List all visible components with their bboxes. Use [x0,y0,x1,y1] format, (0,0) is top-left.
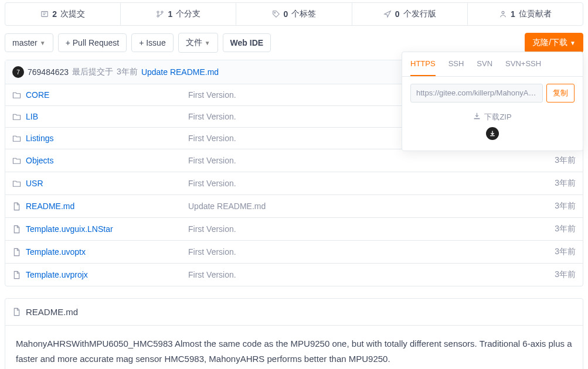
new-pr-button[interactable]: + Pull Request [58,33,127,52]
file-commit-message: First Version. [188,156,529,165]
file-commit-message: Update README.md [188,201,529,211]
caret-down-icon: ▼ [205,40,210,46]
svg-rect-0 [42,12,48,17]
table-row: ObjectsFirst Version.3年前 [5,149,583,172]
file-name-link[interactable]: Template.uvprojx [26,270,88,279]
avatar[interactable]: 7 [12,66,24,78]
file-name-link[interactable]: LIB [26,112,38,121]
table-row: README.mdUpdate README.md3年前 [5,195,583,218]
file-name-link[interactable]: README.md [26,201,74,211]
file-name-link[interactable]: Listings [26,134,53,143]
clone-download-button[interactable]: 克隆/下载 ▼ [525,33,583,53]
release-icon [383,10,392,18]
folder-icon [12,91,21,100]
caret-down-icon: ▼ [40,40,46,46]
file-icon [12,202,21,211]
file-icon [12,271,21,279]
file-icon [12,248,21,257]
file-updated-time: 3年前 [529,247,576,257]
contributors-icon [499,10,507,18]
tab-ssh[interactable]: SSH [448,52,464,76]
svg-point-2 [157,15,159,17]
table-row: Template.uvprojxFirst Version.3年前 [5,264,583,286]
folder-icon [12,179,21,188]
file-commit-message: First Version. [188,179,529,188]
download-zip-button[interactable] [486,127,499,140]
download-icon [473,112,481,122]
tab-svn[interactable]: SVN [477,52,492,76]
clone-protocol-tabs: HTTPS SSH SVN SVN+SSH [402,52,583,77]
file-commit-message: First Version. [188,224,529,234]
commit-author[interactable]: 769484623 [28,67,69,77]
tag-icon [272,10,280,18]
stat-contributors[interactable]: 1 位贡献者 [467,3,583,25]
svg-point-4 [274,12,276,13]
file-name-link[interactable]: CORE [26,90,49,100]
file-name-link[interactable]: Objects [26,156,53,165]
download-zip-label: 下载ZIP [484,112,511,122]
branch-icon [156,10,164,18]
caret-down-icon: ▼ [570,40,576,46]
commits-icon [40,10,49,18]
file-name-link[interactable]: Template.uvguix.LNStar [26,224,113,234]
commit-meta-label: 最后提交于 [72,67,113,77]
stat-branches[interactable]: 1 个分支 [120,3,236,25]
table-row: USRFirst Version.3年前 [5,172,583,195]
clone-url-input[interactable]: https://gitee.com/killerp/MahonyAHRS… [410,84,543,102]
branch-selector[interactable]: master ▼ [5,33,53,52]
file-updated-time: 3年前 [529,224,576,234]
stat-tags[interactable]: 0 个标签 [236,3,351,25]
stat-releases[interactable]: 0 个发行版 [352,3,467,25]
readme-title: README.md [26,307,78,317]
tab-svnssh[interactable]: SVN+SSH [505,52,541,76]
folder-icon [12,112,21,121]
file-icon [12,225,21,234]
file-commit-message: First Version. [188,247,529,257]
folder-icon [12,134,21,143]
file-name-link[interactable]: USR [26,179,43,188]
file-updated-time: 3年前 [529,269,576,280]
file-updated-time: 3年前 [529,178,576,189]
file-name-link[interactable]: Template.uvoptx [26,247,86,257]
file-commit-message: First Version. [188,270,529,279]
svg-point-5 [502,11,504,13]
download-zip-row: 下载ZIP [410,112,575,140]
clone-popover: HTTPS SSH SVN SVN+SSH https://gitee.com/… [402,52,583,151]
file-menu-button[interactable]: 文件 ▼ [178,33,218,53]
repo-stats-bar: 2 次提交 1 个分支 0 个标签 0 个发行版 1 位贡献者 [5,2,583,26]
webide-button[interactable]: Web IDE [223,33,271,52]
table-row: Template.uvguix.LNStarFirst Version.3年前 [5,218,583,241]
table-row: Template.uvoptxFirst Version.3年前 [5,241,583,264]
folder-icon [12,156,21,165]
readme-body: MahonyAHRSWithMPU6050_HMC5983 Almost the… [5,326,583,369]
file-updated-time: 3年前 [529,155,576,166]
svg-rect-6 [490,135,495,136]
file-icon [12,308,21,316]
commit-time: 3年前 [117,67,138,77]
stat-commits[interactable]: 2 次提交 [5,3,120,25]
tab-https[interactable]: HTTPS [410,52,436,76]
new-issue-button[interactable]: + Issue [131,33,174,52]
svg-point-1 [157,11,159,13]
file-updated-time: 3年前 [529,201,576,211]
svg-point-3 [161,11,163,13]
readme-header: README.md [5,299,583,326]
copy-url-button[interactable]: 复制 [546,84,575,102]
commit-message-link[interactable]: Update README.md [141,67,219,77]
readme-panel: README.md MahonyAHRSWithMPU6050_HMC5983 … [5,298,583,369]
